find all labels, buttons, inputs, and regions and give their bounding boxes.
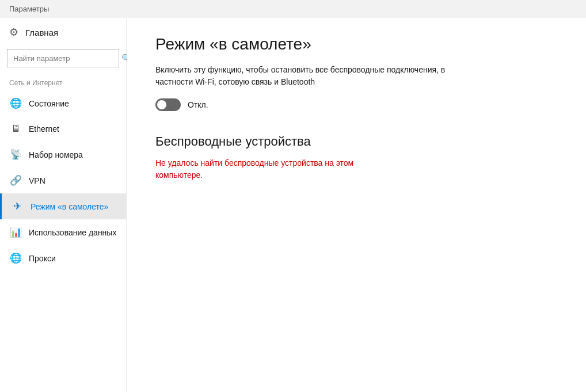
page-description: Включить эту функцию, чтобы остановить в…: [155, 64, 455, 88]
sidebar-item-datausage[interactable]: 📊 Использование данных: [0, 219, 126, 245]
proxy-icon: 🌐: [9, 252, 22, 264]
sidebar-item-ethernet[interactable]: 🖥 Ethernet: [0, 116, 126, 142]
vpn-icon: 🔗: [9, 174, 22, 187]
sidebar-label-vpn: VPN: [29, 176, 45, 185]
sidebar-item-status[interactable]: 🌐 Состояние: [0, 90, 126, 116]
sidebar-item-airplane[interactable]: ✈ Режим «в самолете»: [0, 193, 126, 219]
toggle-row: Откл.: [155, 98, 557, 111]
airplane-mode-toggle[interactable]: [155, 98, 181, 111]
home-label: Главная: [25, 28, 58, 37]
sidebar-label-airplane: Режим «в самолете»: [31, 202, 108, 211]
content-area: ⚙ Главная 🔍 Сеть и Интернет 🌐 Состояние …: [0, 18, 586, 392]
sidebar-item-dialup[interactable]: 📡 Набор номера: [0, 142, 126, 168]
section-label: Сеть и Интернет: [0, 74, 126, 90]
sidebar: ⚙ Главная 🔍 Сеть и Интернет 🌐 Состояние …: [0, 18, 127, 392]
sidebar-item-vpn[interactable]: 🔗 VPN: [0, 168, 126, 193]
toggle-label: Откл.: [188, 100, 208, 109]
status-icon: 🌐: [9, 97, 22, 109]
sidebar-label-ethernet: Ethernet: [29, 124, 59, 134]
main-content: Режим «в самолете» Включить эту функцию,…: [127, 18, 586, 392]
sidebar-label-datausage: Использование данных: [29, 228, 116, 237]
search-input[interactable]: [7, 50, 116, 67]
wireless-section-title: Беспроводные устройства: [155, 134, 557, 149]
home-icon: ⚙: [9, 26, 18, 39]
window-title: Параметры: [9, 5, 49, 13]
sidebar-label-status: Состояние: [29, 99, 69, 108]
sidebar-label-proxy: Прокси: [29, 254, 56, 263]
title-bar: Параметры: [0, 0, 586, 18]
sidebar-item-home[interactable]: ⚙ Главная: [0, 18, 126, 47]
sidebar-item-proxy[interactable]: 🌐 Прокси: [0, 245, 126, 271]
sidebar-label-dialup: Набор номера: [29, 150, 83, 159]
ethernet-icon: 🖥: [9, 123, 22, 135]
search-box: 🔍: [7, 49, 119, 67]
settings-window: Параметры ⚙ Главная 🔍 Сеть и Интернет 🌐 …: [0, 0, 586, 392]
dialup-icon: 📡: [9, 149, 22, 161]
airplane-icon: ✈: [11, 200, 24, 212]
datausage-icon: 📊: [9, 226, 22, 238]
page-title: Режим «в самолете»: [155, 35, 557, 54]
wireless-error-text: Не удалось найти беспроводные устройства…: [155, 157, 397, 181]
